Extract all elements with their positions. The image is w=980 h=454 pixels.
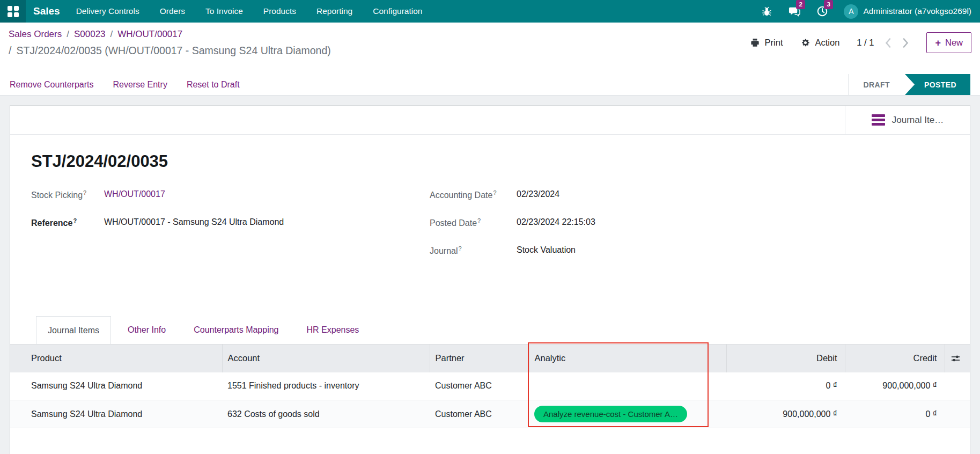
remove-counterparts-button[interactable]: Remove Counterparts <box>10 80 94 90</box>
apps-grid-icon <box>8 6 19 17</box>
optional-columns-icon[interactable] <box>950 354 961 364</box>
tab-hr-expenses[interactable]: HR Expenses <box>296 316 371 344</box>
debug-bug-icon[interactable] <box>760 5 773 18</box>
cell-partner[interactable]: Customer ABC <box>430 400 529 428</box>
cell-analytic[interactable] <box>529 372 726 400</box>
reset-to-draft-button[interactable]: Reset to Draft <box>187 80 240 90</box>
cell-partner[interactable]: Customer ABC <box>430 372 529 400</box>
menu-configuration[interactable]: Configuration <box>373 6 422 16</box>
column-header-analytic[interactable]: Analytic <box>529 345 726 372</box>
journal-value[interactable]: Stock Valuation <box>517 245 576 255</box>
column-header-credit[interactable]: Credit <box>845 345 945 372</box>
tab-journal-items[interactable]: Journal Items <box>36 316 111 344</box>
user-name: Administrator (a7vokgso269l) <box>863 6 971 16</box>
breadcrumb-wh-out[interactable]: WH/OUT/00017 <box>117 29 182 40</box>
menu-delivery-controls[interactable]: Delivery Controls <box>76 6 139 16</box>
cell-empty <box>945 400 970 428</box>
journal-items-table-wrap: Product Account Partner Analytic Debit C… <box>10 344 970 428</box>
column-header-partner[interactable]: Partner <box>430 345 529 372</box>
table-header-row: Product Account Partner Analytic Debit C… <box>10 345 970 372</box>
avatar: A <box>844 4 858 19</box>
cell-credit[interactable]: 0 ₫ <box>845 400 945 428</box>
menu-reporting[interactable]: Reporting <box>316 6 352 16</box>
breadcrumb-separator: / <box>67 29 69 40</box>
gear-icon <box>800 38 810 48</box>
help-icon: ? <box>83 189 86 196</box>
table-row[interactable]: Samsung S24 Ultra Diamond 632 Costs of g… <box>10 400 970 428</box>
journal-items-table: Product Account Partner Analytic Debit C… <box>10 344 970 428</box>
stock-picking-label: Stock Picking? <box>31 189 104 200</box>
breadcrumb-sales-orders[interactable]: Sales Orders <box>9 29 62 40</box>
reference-value[interactable]: WH/OUT/00017 - Samsung S24 Ultra Diamond <box>104 217 284 227</box>
accounting-date-value[interactable]: 02/23/2024 <box>517 189 559 199</box>
analytic-distribution-tag[interactable]: Analyze revenue-cost - Customer A… <box>534 406 687 422</box>
help-icon: ? <box>493 189 496 196</box>
reverse-entry-button[interactable]: Reverse Entry <box>113 80 167 90</box>
menu-to-invoice[interactable]: To Invoice <box>205 6 243 16</box>
pager-next-icon[interactable] <box>902 38 909 48</box>
statusbar: Remove Counterparts Reverse Entry Reset … <box>0 74 980 96</box>
control-panel: Sales Orders / S00023 / WH/OUT/00017 / S… <box>0 23 980 74</box>
app-menu: Delivery Controls Orders To Invoice Prod… <box>76 6 423 16</box>
action-button[interactable]: Action <box>800 38 840 48</box>
posted-date-value[interactable]: 02/23/2024 22:15:03 <box>517 217 595 227</box>
menu-products[interactable]: Products <box>263 6 296 16</box>
app-name[interactable]: Sales <box>33 5 60 17</box>
content-area: Journal Ite… STJ/2024/02/0035 Stock Pick… <box>0 96 980 454</box>
form-sheet: Journal Ite… STJ/2024/02/0035 Stock Pick… <box>10 105 970 454</box>
field-column-right: Accounting Date? 02/23/2024 Posted Date?… <box>430 187 595 271</box>
pager-count: 1 / 1 <box>857 38 874 48</box>
column-header-product[interactable]: Product <box>10 345 222 372</box>
status-draft[interactable]: DRAFT <box>849 74 905 95</box>
cell-account[interactable]: 632 Costs of goods sold <box>222 400 430 428</box>
cell-product[interactable]: Samsung S24 Ultra Diamond <box>10 400 222 428</box>
record-title: STJ/2024/02/0035 <box>31 152 970 171</box>
user-menu[interactable]: A Administrator (a7vokgso269l) <box>844 4 971 19</box>
cell-debit[interactable]: 900,000,000 ₫ <box>726 400 845 428</box>
table-row[interactable]: Samsung S24 Ultra Diamond 1551 Finished … <box>10 372 970 400</box>
field-accounting-date: Accounting Date? 02/23/2024 <box>430 187 595 215</box>
help-icon: ? <box>73 217 77 224</box>
field-column-left: Stock Picking? WH/OUT/00017 Reference? W… <box>31 187 430 271</box>
field-posted-date: Posted Date? 02/23/2024 22:15:03 <box>430 215 595 243</box>
tab-counterparts-mapping[interactable]: Counterparts Mapping <box>182 316 290 344</box>
printer-icon <box>750 38 760 48</box>
column-header-account[interactable]: Account <box>222 345 430 372</box>
activities-badge: 3 <box>824 0 832 9</box>
breadcrumb-separator: / <box>110 29 113 40</box>
notebook-tabs: Journal Items Other Info Counterparts Ma… <box>36 316 970 344</box>
print-button[interactable]: Print <box>750 38 783 48</box>
help-icon: ? <box>477 217 481 224</box>
page: Sales Delivery Controls Orders To Invoic… <box>0 0 980 454</box>
new-button[interactable]: + New <box>926 32 971 53</box>
cell-debit[interactable]: 0 ₫ <box>726 372 845 400</box>
activities-clock-icon[interactable]: 3 <box>816 5 829 18</box>
field-grid: Stock Picking? WH/OUT/00017 Reference? W… <box>31 187 970 271</box>
journal-label: Journal? <box>430 245 517 256</box>
apps-menu-button[interactable] <box>0 0 26 23</box>
plus-icon: + <box>935 39 941 47</box>
tab-other-info[interactable]: Other Info <box>116 316 177 344</box>
messages-icon[interactable]: 2 <box>788 5 801 18</box>
accounting-date-label: Accounting Date? <box>430 189 517 200</box>
pager: 1 / 1 <box>857 38 909 48</box>
stock-picking-value[interactable]: WH/OUT/00017 <box>104 189 165 199</box>
journal-items-stat-button[interactable]: Journal Ite… <box>845 106 970 134</box>
pager-previous-icon[interactable] <box>885 38 891 48</box>
cell-analytic: Analyze revenue-cost - Customer A… <box>529 400 726 428</box>
cell-account[interactable]: 1551 Finished products - inventory <box>222 372 430 400</box>
cell-credit[interactable]: 900,000,000 ₫ <box>845 372 945 400</box>
breadcrumb-s00023[interactable]: S00023 <box>74 29 106 40</box>
menu-orders[interactable]: Orders <box>160 6 185 16</box>
breadcrumb-separator: / <box>9 45 11 57</box>
control-panel-actions: Print Action 1 / 1 + New <box>750 32 971 53</box>
posted-date-label: Posted Date? <box>430 217 517 228</box>
sheet-body: STJ/2024/02/0035 Stock Picking? WH/OUT/0… <box>10 152 970 271</box>
field-reference: Reference? WH/OUT/00017 - Samsung S24 Ul… <box>31 215 430 243</box>
cell-product[interactable]: Samsung S24 Ultra Diamond <box>10 372 222 400</box>
column-header-debit[interactable]: Debit <box>726 345 845 372</box>
help-icon: ? <box>458 245 461 252</box>
systray: 2 3 A Administrator (a7vokgso269l) <box>760 4 980 19</box>
stat-button-strip: Journal Ite… <box>10 106 970 135</box>
top-navbar: Sales Delivery Controls Orders To Invoic… <box>0 0 980 23</box>
